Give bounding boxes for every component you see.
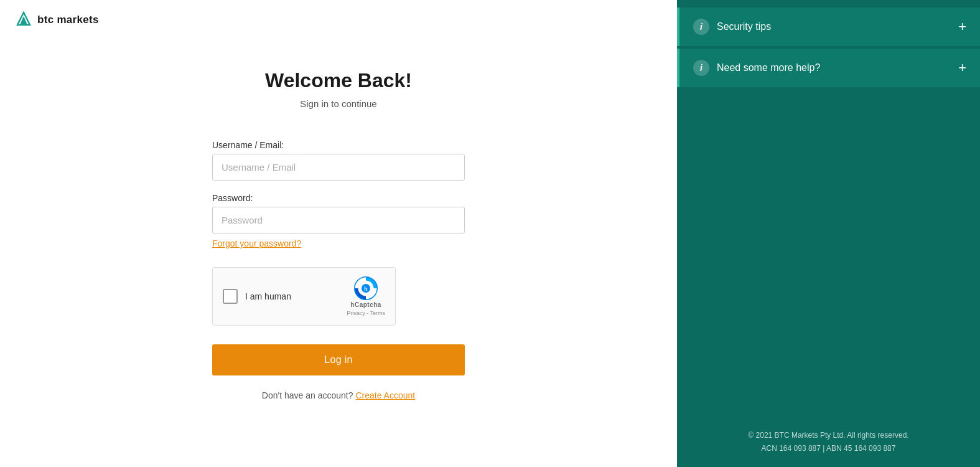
forgot-password-link[interactable]: Forgot your password? [212, 238, 301, 248]
btcmarkets-logo-icon [15, 11, 32, 29]
right-panel-footer: © 2021 BTC Markets Pty Ltd. All rights r… [677, 417, 980, 467]
password-input[interactable] [212, 207, 465, 234]
footer-line1: © 2021 BTC Markets Pty Ltd. All rights r… [691, 429, 966, 441]
help-icon-text: i [700, 63, 702, 73]
help-header[interactable]: i Need some more help? + [677, 49, 980, 87]
welcome-subtitle: Sign in to continue [300, 98, 376, 109]
captcha-container: I am human h hCaptcha Privacy - Terms [212, 267, 465, 326]
welcome-title: Welcome Back! [265, 69, 412, 92]
logo-area: btc markets [0, 0, 677, 40]
hcaptcha-logo: h hCaptcha Privacy - Terms [347, 276, 385, 316]
hcaptcha-logo-icon: h [354, 276, 378, 300]
password-label: Password: [212, 193, 465, 203]
hcaptcha-brand-text: hCaptcha [350, 301, 381, 308]
password-field-group: Password: Forgot your password? [212, 193, 465, 248]
info-icon-text: i [700, 22, 702, 32]
no-account-text: Don't have an account? [262, 390, 353, 400]
right-panel: i Security tips + i Need some more help?… [677, 0, 980, 467]
security-tips-title: Security tips [717, 21, 951, 32]
username-label: Username / Email: [212, 140, 465, 150]
svg-text:h: h [364, 286, 368, 292]
security-tips-expand-icon: + [958, 20, 966, 34]
help-title: Need some more help? [717, 62, 951, 73]
logo-text: btc markets [37, 14, 99, 26]
captcha-label: I am human [245, 291, 291, 301]
captcha-checkbox[interactable] [223, 289, 238, 304]
captcha-box[interactable]: I am human h hCaptcha Privacy - Terms [212, 267, 396, 326]
username-input[interactable] [212, 154, 465, 181]
left-panel: btc markets Welcome Back! Sign in to con… [0, 0, 677, 467]
create-account-section: Don't have an account? Create Account [262, 390, 415, 400]
login-form-container: Welcome Back! Sign in to continue Userna… [0, 40, 677, 467]
security-tips-accordion: i Security tips + [677, 0, 980, 46]
captcha-privacy-terms: Privacy - Terms [347, 310, 385, 316]
security-tips-info-icon: i [693, 19, 709, 35]
right-panel-content: i Security tips + i Need some more help?… [677, 0, 980, 209]
login-button[interactable]: Log in [212, 344, 465, 375]
captcha-left: I am human [223, 289, 291, 304]
username-field-group: Username / Email: [212, 140, 465, 181]
right-panel-spacer [677, 209, 980, 417]
help-expand-icon: + [958, 61, 966, 75]
help-info-icon: i [693, 60, 709, 76]
create-account-link[interactable]: Create Account [355, 390, 415, 400]
security-tips-header[interactable]: i Security tips + [677, 7, 980, 46]
help-accordion: i Need some more help? + [677, 49, 980, 87]
footer-line2: ACN 164 093 887 | ABN 45 164 093 887 [691, 442, 966, 455]
